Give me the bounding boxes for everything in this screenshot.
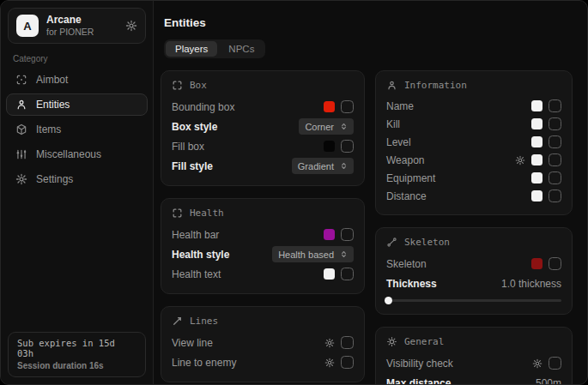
diagonal-line-icon xyxy=(172,316,183,327)
dropdown-value: Corner xyxy=(305,122,334,132)
sidebar-item-items[interactable]: Items xyxy=(6,118,148,141)
sidebar-item-aimbot[interactable]: Aimbot xyxy=(6,69,148,91)
sidebar-item-settings[interactable]: Settings xyxy=(6,168,148,190)
tab-npcs[interactable]: NPCs xyxy=(219,41,264,57)
setting-label: Fill box xyxy=(172,141,204,153)
gear-icon[interactable] xyxy=(532,358,543,369)
color-swatch[interactable] xyxy=(324,101,335,112)
setting-label: Max distance xyxy=(386,377,451,385)
setting-label: Kill xyxy=(386,118,400,130)
color-swatch[interactable] xyxy=(324,268,335,280)
checkbox[interactable] xyxy=(341,356,354,369)
sidebar-item-entities[interactable]: Entities xyxy=(6,93,148,116)
color-swatch[interactable] xyxy=(531,258,543,269)
arcane-menu-window: A Arcane for PIONER Category Aimbot Enti… xyxy=(0,0,588,385)
setting-label: Health text xyxy=(172,268,221,280)
chevron-updown-icon xyxy=(340,162,348,170)
setting-row: View line xyxy=(172,333,354,352)
setting-label: Equipment xyxy=(386,172,435,184)
sidebar-item-miscellaneous[interactable]: Miscellaneous xyxy=(6,143,148,165)
setting-row: Kill xyxy=(386,115,561,133)
color-swatch[interactable] xyxy=(531,172,543,183)
panel-information: Information Name Kill xyxy=(375,70,573,215)
person-scan-icon xyxy=(386,80,397,91)
setting-row: Distance xyxy=(386,187,561,205)
color-swatch[interactable] xyxy=(531,190,543,202)
checkbox[interactable] xyxy=(341,100,354,113)
gear-icon[interactable] xyxy=(324,338,335,348)
health-style-dropdown[interactable]: Health based xyxy=(272,246,354,262)
setting-label: Line to enemy xyxy=(172,357,236,369)
checkbox[interactable] xyxy=(549,257,561,270)
color-swatch[interactable] xyxy=(531,100,543,111)
slider-track[interactable] xyxy=(386,299,561,302)
setting-row: Level xyxy=(386,133,561,151)
setting-row: Skeleton xyxy=(386,254,561,274)
setting-label: Skeleton xyxy=(386,258,427,270)
checkbox[interactable] xyxy=(549,153,561,166)
dropdown-value: Health based xyxy=(278,250,334,260)
page-title: Entities xyxy=(164,16,573,29)
corner-brackets-icon xyxy=(172,208,183,219)
fill-style-dropdown[interactable]: Gradient xyxy=(292,158,354,174)
gear-icon[interactable] xyxy=(125,20,137,32)
app-logo: A xyxy=(16,15,39,37)
gear-icon[interactable] xyxy=(515,155,525,165)
subscription-info-card: Sub expires in 15d 03h Session duration … xyxy=(8,332,146,377)
thickness-slider[interactable] xyxy=(386,297,561,304)
checkbox[interactable] xyxy=(341,228,354,241)
box-style-dropdown[interactable]: Corner xyxy=(299,118,354,135)
person-scan-icon xyxy=(15,99,27,111)
sidebar-nav: Aimbot Entities Items Miscellaneous Sett… xyxy=(1,69,153,190)
setting-row: Health text xyxy=(172,264,354,284)
app-header-card: A Arcane for PIONER xyxy=(8,8,146,44)
checkbox[interactable] xyxy=(549,99,561,112)
setting-row: Box style Corner xyxy=(172,117,354,136)
main-content: Entities Players NPCs Box Bounding box xyxy=(154,1,587,384)
setting-label: Fill style xyxy=(172,160,213,172)
entity-tabs: Players NPCs xyxy=(164,39,265,58)
color-swatch[interactable] xyxy=(324,229,335,240)
setting-row: Bounding box xyxy=(172,97,354,117)
panel-general: General Visibility check Max distance 50… xyxy=(375,327,573,385)
slider-thumb[interactable] xyxy=(385,297,392,304)
checkbox[interactable] xyxy=(341,140,354,153)
checkbox[interactable] xyxy=(549,189,561,202)
setting-row: Thickness 1.0 thickness xyxy=(386,274,561,293)
setting-label: Distance xyxy=(386,190,427,202)
crosshair-icon xyxy=(15,74,27,86)
gear-icon xyxy=(15,173,27,185)
setting-label: View line xyxy=(172,337,213,349)
dropdown-value: Gradient xyxy=(298,161,334,171)
setting-row: Fill style Gradient xyxy=(172,156,354,176)
gear-icon[interactable] xyxy=(324,358,335,368)
setting-row: Health style Health based xyxy=(172,244,354,264)
cube-icon xyxy=(15,123,27,135)
color-swatch[interactable] xyxy=(324,141,335,152)
checkbox[interactable] xyxy=(549,135,561,148)
setting-row: Max distance 500m xyxy=(386,373,561,385)
tab-players[interactable]: Players xyxy=(166,41,217,57)
checkbox[interactable] xyxy=(549,171,561,184)
panel-title: Information xyxy=(404,80,467,91)
checkbox[interactable] xyxy=(341,336,354,349)
color-swatch[interactable] xyxy=(531,118,543,129)
setting-label: Box style xyxy=(172,121,217,133)
setting-label: Name xyxy=(386,100,414,112)
sidebar-item-label: Items xyxy=(36,123,61,135)
sun-icon xyxy=(386,336,397,347)
setting-row: Line to enemy xyxy=(172,352,354,372)
sidebar-item-label: Aimbot xyxy=(36,74,68,86)
sidebar: A Arcane for PIONER Category Aimbot Enti… xyxy=(1,1,154,384)
setting-row: Visibility check xyxy=(386,353,561,373)
panel-title: Skeleton xyxy=(404,237,450,248)
panel-skeleton: Skeleton Skeleton Thickness 1.0 thicknes… xyxy=(375,227,573,315)
setting-label: Weapon xyxy=(386,154,424,166)
setting-label: Bounding box xyxy=(172,101,234,113)
setting-label: Level xyxy=(386,136,411,148)
checkbox[interactable] xyxy=(549,357,561,370)
checkbox[interactable] xyxy=(549,117,561,130)
color-swatch[interactable] xyxy=(531,154,543,165)
checkbox[interactable] xyxy=(341,268,354,280)
color-swatch[interactable] xyxy=(531,136,543,147)
